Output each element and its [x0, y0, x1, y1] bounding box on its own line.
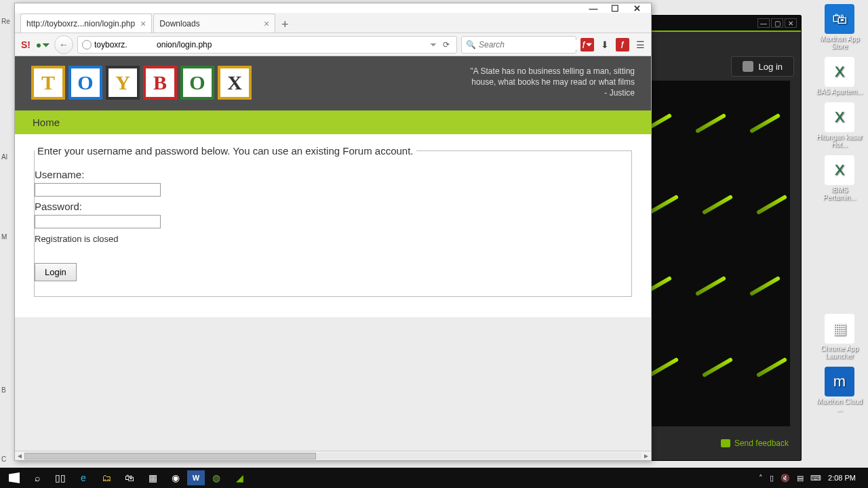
address-bar[interactable]: ⏷ ⟳: [77, 36, 457, 54]
window-minimize-button[interactable]: —: [589, 3, 598, 13]
flash-icon[interactable]: ƒ⏷: [580, 38, 594, 52]
feedback-label: Send feedback: [734, 439, 789, 448]
nvidia-icon[interactable]: ◢: [228, 468, 251, 488]
scroll-right-icon[interactable]: ►: [642, 452, 651, 460]
onion-icon[interactable]: ●⏷: [37, 38, 50, 52]
horizontal-scrollbar[interactable]: ◄ ►: [15, 451, 651, 460]
reload-icon[interactable]: ⟳: [440, 40, 452, 49]
tab-2[interactable]: Downloads ×: [153, 14, 275, 33]
logo-letter: T: [31, 66, 65, 100]
new-tab-button[interactable]: +: [277, 16, 293, 33]
excel-icon: X: [825, 57, 854, 87]
url-input[interactable]: [94, 40, 427, 49]
tab-close-icon[interactable]: ×: [140, 18, 146, 29]
site-header: T O Y B O X "A State has no business tel…: [15, 56, 651, 110]
globe-icon: [82, 40, 92, 49]
tab-close-icon[interactable]: ×: [264, 18, 269, 29]
logo-letter: Y: [106, 66, 140, 100]
battery-icon[interactable]: ▯: [770, 474, 774, 483]
desktop-icon-chrome-launcher[interactable]: ▦Chrome App Launcher: [814, 312, 865, 361]
desktop-icon-maxthon-cloud[interactable]: mMaxthon Cloud ...: [814, 365, 865, 414]
logo-letter: O: [180, 66, 214, 100]
search-input[interactable]: [479, 40, 581, 49]
user-icon: [743, 61, 753, 72]
send-feedback-link[interactable]: Send feedback: [721, 439, 789, 448]
nav-home-link[interactable]: Home: [33, 117, 60, 128]
username-label: Username:: [35, 169, 631, 180]
start-button[interactable]: [3, 468, 26, 488]
clock[interactable]: 2:08 PM: [828, 474, 856, 482]
scrollbar-track[interactable]: [24, 453, 642, 460]
search-bar[interactable]: 🔍: [461, 36, 576, 54]
username-input[interactable]: [35, 183, 161, 197]
volume-icon[interactable]: 🔇: [781, 474, 790, 483]
system-tray: ˄ ▯ 🔇 ▤ ⌨ 2:08 PM: [759, 474, 865, 483]
site-navbar: Home: [15, 110, 651, 134]
extension1-icon[interactable]: S!: [19, 38, 33, 52]
edge-icon[interactable]: e: [72, 468, 95, 488]
tab-1[interactable]: http://toyboxrz...nion/login.php ×: [20, 14, 152, 33]
file-explorer-icon[interactable]: 🗂: [95, 468, 118, 488]
task-view-icon[interactable]: ▯▯: [49, 468, 72, 488]
password-input[interactable]: [35, 215, 161, 228]
notification-icon[interactable]: ▤: [797, 474, 804, 483]
back-window-maximize[interactable]: ▢: [771, 18, 783, 28]
login-label: Log in: [759, 62, 783, 72]
window-close-button[interactable]: ✕: [632, 3, 642, 13]
back-window-close[interactable]: ✕: [785, 18, 797, 28]
header-quote: "A State has no business telling a man, …: [471, 66, 635, 100]
flash2-icon[interactable]: ƒ: [616, 38, 629, 52]
excel-icon: X: [825, 155, 854, 185]
site-logo[interactable]: T O Y B O X: [31, 66, 252, 100]
taskbar: ⌕ ▯▯ e 🗂 🛍 ▦ ◉ W ◍ ◢ ˄ ▯ 🔇 ▤ ⌨ 2:08 PM: [0, 468, 868, 488]
logo-letter: O: [68, 66, 102, 100]
logo-letter: X: [218, 66, 252, 100]
back-button[interactable]: ←: [54, 35, 73, 54]
firefox-titlebar: — ☐ ✕: [15, 3, 651, 13]
app-icon[interactable]: ◍: [205, 468, 228, 488]
tab-title: Downloads: [159, 19, 199, 28]
back-window-login-button[interactable]: Log in: [731, 56, 794, 77]
scroll-left-icon[interactable]: ◄: [15, 452, 24, 460]
apps-icon: ▦: [825, 314, 854, 344]
password-label: Password:: [35, 201, 631, 212]
tab-strip: http://toyboxrz...nion/login.php × Downl…: [15, 13, 651, 33]
store-icon: 🛍: [825, 4, 854, 34]
search-icon: 🔍: [466, 40, 476, 49]
logo-letter: B: [143, 66, 177, 100]
registration-closed-text: Registration is closed: [35, 234, 631, 244]
keyboard-icon[interactable]: ⌨: [810, 474, 821, 483]
word-icon[interactable]: W: [187, 470, 205, 485]
store-icon[interactable]: 🛍: [118, 468, 141, 488]
login-legend: Enter your username and password below. …: [35, 145, 416, 157]
login-button[interactable]: Login: [35, 263, 77, 281]
login-panel: Enter your username and password below. …: [15, 134, 651, 317]
dropdown-icon[interactable]: ⏷: [429, 40, 437, 49]
desktop-icon-hitungan[interactable]: XHitungan kasar Hot...: [814, 101, 865, 150]
menu-icon[interactable]: ☰: [633, 38, 647, 52]
desktop-icons: 🛍Maxthon App Store XBAS Apartem... XHitu…: [814, 3, 865, 414]
back-window-minimize[interactable]: —: [757, 18, 770, 28]
calculator-icon[interactable]: ▦: [141, 468, 164, 488]
download-icon[interactable]: ⬇: [598, 38, 612, 52]
desktop-icon-maxthon-store[interactable]: 🛍Maxthon App Store: [814, 3, 865, 52]
excel-icon: X: [825, 102, 854, 132]
desktop-icon-bas[interactable]: XBAS Apartem...: [814, 56, 865, 97]
login-fieldset: Enter your username and password below. …: [34, 145, 632, 297]
chrome-icon[interactable]: ◉: [164, 468, 187, 488]
scrollbar-thumb[interactable]: [24, 453, 316, 460]
chat-icon: [721, 439, 730, 447]
tray-chevron-icon[interactable]: ˄: [759, 474, 763, 483]
page-content: T O Y B O X "A State has no business tel…: [15, 56, 651, 460]
taskbar-search-icon[interactable]: ⌕: [26, 468, 49, 488]
window-maximize-button[interactable]: ☐: [610, 3, 620, 13]
firefox-window: — ☐ ✕ http://toyboxrz...nion/login.php ×…: [14, 3, 652, 461]
desktop-icon-ibms[interactable]: XIBMS Pertamin...: [814, 154, 865, 203]
tab-title: http://toyboxrz...nion/login.php: [26, 19, 135, 28]
maxthon-icon: m: [825, 367, 854, 396]
browser-toolbar: S! ●⏷ ← ⏷ ⟳ 🔍 ƒ⏷ ⬇ ƒ ☰: [15, 33, 651, 56]
